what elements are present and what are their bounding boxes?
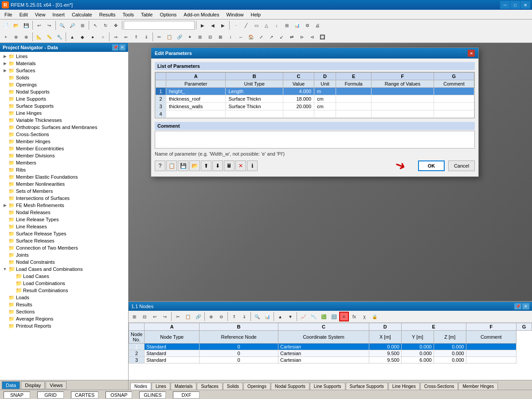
z-coord[interactable]: 0.000 xyxy=(434,350,466,357)
coord-sys[interactable]: Cartesian xyxy=(278,357,369,364)
bt-14[interactable]: ▲ xyxy=(275,312,285,321)
menu-item-options[interactable]: Options xyxy=(156,11,180,18)
ref-node[interactable]: 0 xyxy=(200,344,278,350)
nav-tab-data[interactable]: Data xyxy=(2,381,20,389)
tb-next[interactable]: ▶ xyxy=(218,20,228,30)
node-type[interactable]: Standard xyxy=(145,344,200,350)
node-comment[interactable] xyxy=(466,357,516,364)
node-comment[interactable] xyxy=(466,344,516,350)
z-coord[interactable]: 0.000 xyxy=(434,344,466,350)
tb2-3[interactable]: ⊗ xyxy=(21,32,31,42)
x-coord[interactable]: 9.500 xyxy=(369,357,401,364)
nav-tab-display[interactable]: Display xyxy=(21,381,45,389)
bt-21[interactable]: χ xyxy=(360,312,369,321)
tree-item-surface-supports[interactable]: 📁Surface Supports xyxy=(0,102,128,110)
tree-item-solids[interactable]: 📁Solids xyxy=(0,74,128,81)
tb-print[interactable]: 🖨 xyxy=(313,20,322,30)
tb2-17[interactable]: 🔗 xyxy=(175,32,184,42)
tree-item-line-hinges[interactable]: 📁Line Hinges xyxy=(0,110,128,117)
comment[interactable] xyxy=(434,110,474,118)
tree-item-fe-mesh-refinements[interactable]: ▶📁FE Mesh Refinements xyxy=(0,202,128,209)
tree-item-variable-thicknesses[interactable]: 📁Variable Thicknesses xyxy=(0,117,128,124)
bt-15[interactable]: ▼ xyxy=(286,312,295,321)
tree-item-materials[interactable]: ▶📁Materials xyxy=(0,60,128,67)
nodes-table-row-3[interactable]: 3 Standard 0 Cartesian 9.500 6.000 0.000 xyxy=(129,357,532,364)
bottom-tab-line-hinges[interactable]: Line Hinges xyxy=(388,383,420,390)
tb-lines[interactable]: ╱ xyxy=(241,20,251,30)
param-name[interactable] xyxy=(166,110,226,118)
bt-13[interactable]: 📊 xyxy=(262,312,272,321)
comment[interactable] xyxy=(434,88,474,95)
menu-item-insert[interactable]: Insert xyxy=(49,11,68,18)
tb2-22[interactable]: ↕ xyxy=(226,32,235,42)
tb2-28[interactable]: ⇄ xyxy=(287,32,297,42)
tree-item-average-regions[interactable]: 📁Average Regions xyxy=(0,315,128,322)
tree-item-load-cases[interactable]: 📁Load Cases xyxy=(0,273,128,280)
calculator-button[interactable]: 🖩 xyxy=(224,160,235,171)
save-button[interactable]: 💾 xyxy=(178,160,188,171)
bt-5[interactable]: ✂ xyxy=(173,312,183,321)
tb-nodes[interactable]: · xyxy=(231,20,241,30)
status-item-glines[interactable]: GLINES xyxy=(139,391,166,399)
menu-item-tools[interactable]: Tools xyxy=(119,11,137,18)
bt-8[interactable]: ⊕ xyxy=(206,312,216,321)
y-coord[interactable]: 6.000 xyxy=(401,357,434,364)
tree-item-openings[interactable]: 📁Openings xyxy=(0,81,128,88)
tb-surfaces[interactable]: ▭ xyxy=(251,20,261,30)
formula[interactable] xyxy=(336,110,371,118)
delete-button[interactable]: ✕ xyxy=(235,160,246,171)
status-item-snap[interactable]: SNAP xyxy=(4,391,30,399)
menu-item-edit[interactable]: Edit xyxy=(16,11,31,18)
bt-9[interactable]: ⊖ xyxy=(216,312,226,321)
tb2-21[interactable]: ⊠ xyxy=(215,32,225,42)
coord-sys[interactable]: Cartesian xyxy=(278,350,369,357)
menu-item-file[interactable]: File xyxy=(1,11,16,18)
tb-rotate[interactable]: ↻ xyxy=(101,20,110,30)
status-item-dxf[interactable]: DXF xyxy=(173,391,200,399)
tb-mesh[interactable]: ⊞ xyxy=(282,20,292,30)
tree-item-loads[interactable]: 📁Loads xyxy=(0,294,128,301)
tree-item-surfaces[interactable]: ▶📁Surfaces xyxy=(0,67,128,74)
bt-19[interactable]: 🔢 xyxy=(329,312,339,321)
load-button[interactable]: 📂 xyxy=(189,160,200,171)
tree-item-result-combinations[interactable]: 📁Result Combinations xyxy=(0,287,128,294)
value[interactable] xyxy=(283,110,314,118)
tb-undo[interactable]: ↩ xyxy=(34,20,44,30)
tb-zoom-in[interactable]: 🔍 xyxy=(57,20,67,30)
tb2-31[interactable]: 🔲 xyxy=(317,32,327,42)
tree-item-nodal-constraints[interactable]: 📁Nodal Constraints xyxy=(0,258,128,266)
bottom-tab-cross-sections[interactable]: Cross-Sections xyxy=(420,383,458,390)
range[interactable] xyxy=(372,88,434,95)
nodes-table-row-2[interactable]: 2 Standard 0 Cartesian 9.500 0.000 0.000 xyxy=(129,350,532,357)
bt-17[interactable]: 📉 xyxy=(309,312,318,321)
value[interactable]: 20.000 xyxy=(283,103,314,110)
x-coord[interactable]: 0.000 xyxy=(369,344,401,350)
value[interactable]: 4.000 xyxy=(283,88,314,95)
comment[interactable] xyxy=(434,103,474,110)
tb2-29[interactable]: ⊳ xyxy=(297,32,307,42)
tb-render[interactable]: ▶ xyxy=(198,20,207,30)
bottom-tab-openings[interactable]: Openings xyxy=(243,383,270,390)
tree-item-cross-sections[interactable]: 📁Cross-Sections xyxy=(0,131,128,138)
tree-item-ribs[interactable]: 📁Ribs xyxy=(0,166,128,173)
ref-node[interactable]: 0 xyxy=(200,350,278,357)
y-coord[interactable]: 0.000 xyxy=(401,350,434,357)
help-button[interactable]: ? xyxy=(155,160,165,171)
bt-20[interactable]: fx xyxy=(349,312,359,321)
tree-item-load-cases-and-combinations[interactable]: ▼📁Load Cases and Combinations xyxy=(0,266,128,273)
tb2-18[interactable]: ✦ xyxy=(185,32,195,42)
tb-supports[interactable]: △ xyxy=(262,20,271,30)
bt-16[interactable]: 📈 xyxy=(298,312,308,321)
bt-6[interactable]: 📋 xyxy=(183,312,193,321)
tb2-4[interactable]: 📐 xyxy=(34,32,44,42)
tb2-7[interactable]: ▲ xyxy=(67,32,77,42)
tree-item-lines[interactable]: ▶📁Lines xyxy=(0,53,128,60)
tree-item-member-divisions[interactable]: 📁Member Divisions xyxy=(0,152,128,159)
tb-redo[interactable]: ↪ xyxy=(44,20,54,30)
bt-22[interactable]: 🔒 xyxy=(370,312,379,321)
bt-1[interactable]: ⊞ xyxy=(129,312,139,321)
tree-item-intersections-of-surfaces[interactable]: 📁Intersections of Surfaces xyxy=(0,195,128,202)
dialog-table-row-4[interactable]: 4 xyxy=(156,110,474,118)
tree-item-line-supports[interactable]: 📁Line Supports xyxy=(0,95,128,102)
status-item-osnap[interactable]: OSNAP xyxy=(106,391,132,399)
